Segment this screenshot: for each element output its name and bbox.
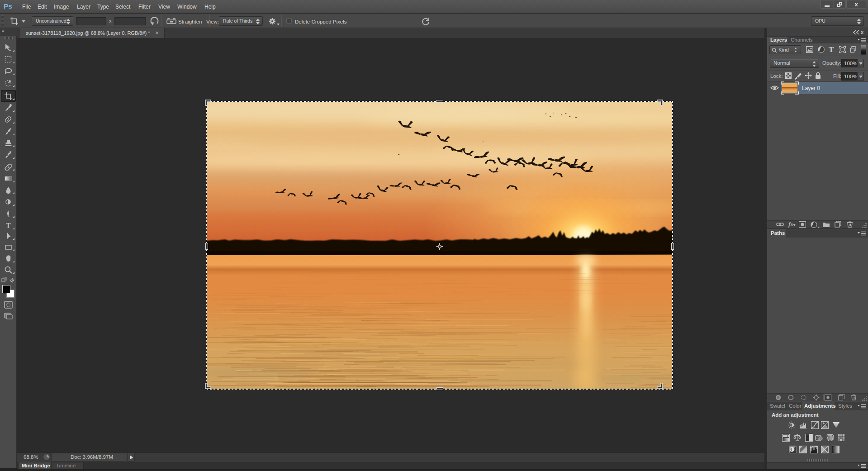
- svg-text:T: T: [6, 222, 11, 229]
